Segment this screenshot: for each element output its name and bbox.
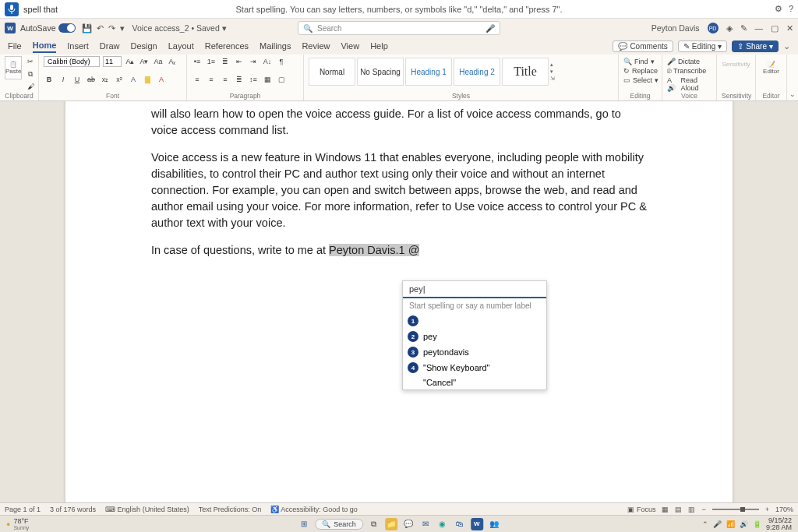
people-icon[interactable]: 👥	[488, 518, 500, 530]
tab-draw[interactable]: Draw	[100, 40, 120, 52]
tray-chevron-icon[interactable]: ⌃	[702, 520, 708, 528]
qat-dropdown-icon[interactable]: ▾	[120, 23, 125, 33]
transcribe-button[interactable]: ⎚ Transcribe	[667, 67, 711, 75]
tray-volume-icon[interactable]: 🔊	[740, 520, 748, 528]
search-box[interactable]: 🔍 Search 🎤	[298, 21, 500, 35]
view-web-icon[interactable]: ▥	[688, 506, 695, 513]
grow-font-icon[interactable]: A▴	[125, 56, 136, 67]
font-color-icon[interactable]: A	[156, 74, 167, 85]
maximize-button[interactable]: ▢	[771, 23, 779, 33]
zoom-out-icon[interactable]: −	[701, 506, 705, 513]
multilevel-icon[interactable]: ≣	[220, 56, 231, 67]
word-taskbar-icon[interactable]: W	[471, 518, 483, 530]
editor-button[interactable]: 📝Editor	[761, 56, 782, 75]
editing-mode-button[interactable]: ✎ Editing ▾	[678, 41, 728, 52]
chat-icon[interactable]: 💬	[402, 518, 415, 530]
tab-design[interactable]: Design	[130, 40, 157, 52]
view-print-icon[interactable]: ▤	[675, 506, 682, 513]
style-title[interactable]: Title	[502, 58, 549, 86]
bold-icon[interactable]: B	[44, 74, 55, 85]
status-page[interactable]: Page 1 of 1	[5, 506, 41, 513]
suggest-item-3[interactable]: 3peytondavis	[403, 344, 546, 360]
status-predictions[interactable]: Text Predictions: On	[199, 506, 262, 513]
explorer-icon[interactable]: 📁	[385, 518, 397, 530]
tray-battery-icon[interactable]: 🔋	[753, 520, 761, 528]
document-page[interactable]: will also learn how to open the voice ac…	[65, 101, 733, 502]
text-effects-icon[interactable]: A	[128, 74, 139, 85]
help-icon[interactable]: ?	[789, 4, 793, 14]
user-avatar[interactable]: PD	[708, 23, 719, 33]
font-size-combo[interactable]	[103, 56, 122, 67]
style-heading1[interactable]: Heading 1	[405, 58, 452, 86]
highlight-icon[interactable]: ▇	[142, 74, 153, 85]
tab-mailings[interactable]: Mailings	[260, 40, 291, 52]
undo-icon[interactable]: ↶	[97, 23, 104, 33]
ribbon-collapse-icon[interactable]: ⌄	[783, 41, 790, 51]
save-icon[interactable]: 💾	[82, 23, 92, 33]
line-spacing-icon[interactable]: ↕≡	[248, 74, 259, 85]
suggest-cancel[interactable]: "Cancel"	[403, 375, 546, 389]
autosave-toggle[interactable]: AutoSave	[20, 23, 76, 33]
clear-format-icon[interactable]: Aᵪ	[167, 56, 178, 67]
tab-view[interactable]: View	[341, 40, 359, 52]
superscript-icon[interactable]: x²	[114, 74, 125, 85]
tray-clock[interactable]: 9/15/229:28 AM	[766, 517, 792, 531]
shrink-font-icon[interactable]: A▾	[139, 56, 150, 67]
status-lang[interactable]: ⌨ English (United States)	[105, 506, 189, 513]
document-area[interactable]: will also learn how to open the voice ac…	[0, 101, 798, 502]
suggest-item-1[interactable]: 1	[403, 313, 546, 329]
sort-icon[interactable]: A↓	[262, 56, 273, 67]
copy-icon[interactable]: ⧉	[25, 69, 36, 79]
cut-icon[interactable]: ✂	[25, 56, 36, 67]
align-center-icon[interactable]: ≡	[206, 74, 217, 85]
justify-icon[interactable]: ≣	[234, 74, 245, 85]
subscript-icon[interactable]: x₂	[100, 74, 111, 85]
tab-layout[interactable]: Layout	[168, 40, 194, 52]
diamond-icon[interactable]: ◈	[726, 23, 733, 33]
taskbar-weather[interactable]: ● 78°FSunny	[6, 518, 29, 530]
tab-insert[interactable]: Insert	[67, 40, 89, 52]
status-accessibility[interactable]: ♿ Accessibility: Good to go	[270, 506, 358, 513]
store-icon[interactable]: 🛍	[454, 518, 466, 530]
suggest-item-2[interactable]: 2pey	[403, 329, 546, 344]
show-marks-icon[interactable]: ¶	[276, 56, 287, 67]
tab-file[interactable]: File	[8, 40, 22, 52]
align-left-icon[interactable]: ≡	[192, 74, 203, 85]
numbering-icon[interactable]: 1≡	[206, 56, 217, 67]
tab-references[interactable]: References	[205, 40, 249, 52]
zoom-in-icon[interactable]: +	[765, 506, 769, 513]
styles-more[interactable]: ⇲	[550, 76, 555, 82]
status-words[interactable]: 3 of 176 words	[50, 506, 96, 513]
tray-wifi-icon[interactable]: 📶	[726, 520, 735, 528]
share-button[interactable]: ⇪ Share ▾	[732, 41, 779, 52]
pen-icon[interactable]: ✎	[740, 23, 747, 33]
styles-scroll-down[interactable]: ▾	[550, 69, 555, 75]
style-no-spacing[interactable]: No Spacing	[357, 58, 404, 86]
mic-icon[interactable]	[5, 2, 19, 16]
taskbar-search[interactable]: 🔍 Search	[315, 519, 363, 530]
comments-button[interactable]: 💬 Comments	[613, 41, 673, 52]
styles-scroll-up[interactable]: ▴	[550, 62, 555, 68]
edge-icon[interactable]: ◉	[436, 518, 449, 530]
close-button[interactable]: ✕	[786, 23, 793, 33]
redo-icon[interactable]: ↷	[108, 23, 115, 33]
tab-review[interactable]: Review	[302, 40, 330, 52]
mail-icon[interactable]: ✉	[419, 518, 432, 530]
dictate-button[interactable]: 🎤 Dictate	[667, 58, 711, 65]
view-read-icon[interactable]: ▦	[662, 506, 669, 513]
tray-mic-icon[interactable]: 🎤	[713, 520, 722, 528]
italic-icon[interactable]: I	[58, 74, 69, 85]
bullets-icon[interactable]: •≡	[192, 56, 203, 67]
tab-home[interactable]: Home	[33, 39, 57, 53]
change-case-icon[interactable]: Aa	[153, 56, 164, 67]
spell-input[interactable]: pey|	[403, 281, 546, 298]
shading-icon[interactable]: ▦	[262, 74, 273, 85]
search-mic-icon[interactable]: 🎤	[486, 24, 495, 33]
underline-icon[interactable]: U	[72, 74, 83, 85]
tab-help[interactable]: Help	[370, 40, 388, 52]
select-button[interactable]: ▭ Select ▾	[623, 76, 657, 84]
document-name[interactable]: Voice access_2 • Saved ▾	[132, 23, 227, 33]
inc-indent-icon[interactable]: ⇥	[248, 56, 259, 67]
minimize-button[interactable]: —	[755, 23, 764, 33]
strike-icon[interactable]: ab	[86, 74, 97, 85]
